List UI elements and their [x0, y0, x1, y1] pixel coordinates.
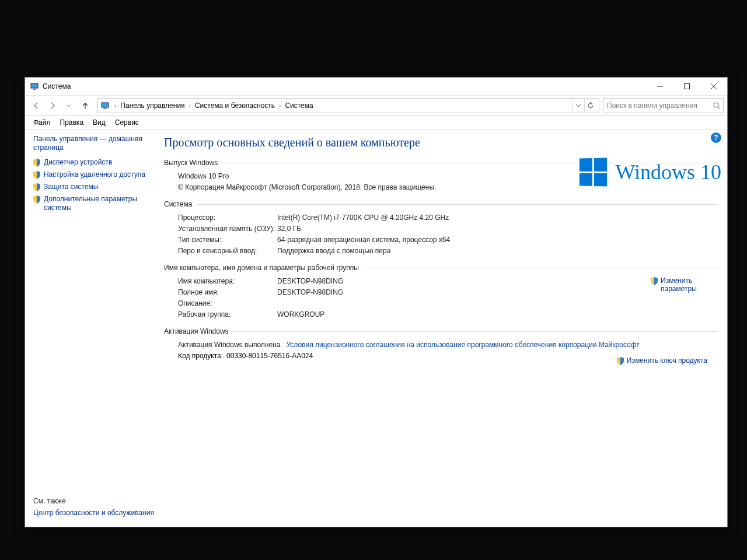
change-settings-text: Изменить параметры: [661, 276, 707, 293]
fullname-label: Полное имя:: [178, 288, 277, 297]
sidebar-device-manager[interactable]: Диспетчер устройств: [33, 158, 156, 167]
menu-edit[interactable]: Правка: [55, 117, 89, 128]
edition-name: Windows 10 Pro: [178, 172, 229, 181]
window-title: Система: [43, 82, 71, 90]
desc-label: Описание:: [178, 299, 277, 308]
shield-icon: [651, 277, 658, 285]
recent-dropdown-icon[interactable]: [61, 98, 76, 113]
computer-icon: [30, 82, 39, 91]
security-center-link[interactable]: Центр безопасности и обслуживания: [33, 509, 154, 517]
forward-button[interactable]: [45, 98, 60, 113]
menu-bar: Файл Правка Вид Сервис: [25, 116, 727, 130]
svg-rect-0: [31, 83, 38, 88]
shield-icon: [33, 183, 40, 191]
copyright: © Корпорация Майкрософт (Microsoft Corpo…: [178, 183, 436, 192]
fullname-value: DESKTOP-N98DING: [277, 288, 343, 297]
refresh-button[interactable]: [584, 99, 596, 112]
menu-tools[interactable]: Сервис: [110, 117, 144, 128]
svg-rect-3: [685, 84, 690, 89]
change-product-key-link[interactable]: Изменить ключ продукта: [617, 356, 707, 365]
control-panel-home-link[interactable]: Панель управления — домашняя страница: [33, 135, 156, 152]
pen-label: Перо и сенсорный ввод:: [178, 246, 277, 256]
sidebar-label: Дополнительные параметры системы: [44, 195, 156, 212]
ram-value: 32,0 ГБ: [277, 224, 301, 233]
window-body: Панель управления — домашняя страница Ди…: [25, 129, 727, 527]
page-title: Просмотр основных сведений о вашем компь…: [164, 136, 718, 149]
section-title: Система: [164, 200, 192, 208]
change-settings-link[interactable]: Изменить параметры: [651, 276, 707, 293]
system-properties-window: Система › Панель управления › Система и …: [25, 77, 728, 527]
shield-icon: [33, 159, 40, 167]
network-section: Имя компьютера, имя домена и параметры р…: [164, 264, 718, 319]
pcname-label: Имя компьютера:: [178, 276, 277, 286]
chevron-right-icon[interactable]: ›: [277, 103, 283, 109]
search-icon[interactable]: [710, 102, 723, 110]
svg-line-9: [718, 107, 720, 109]
windows-logo-icon: [580, 158, 607, 186]
ram-label: Установленная память (ОЗУ):: [178, 224, 277, 233]
svg-rect-6: [102, 103, 109, 107]
shield-icon: [33, 171, 40, 179]
content-area: Просмотр основных сведений о вашем компь…: [160, 129, 727, 527]
sidebar-remote-settings[interactable]: Настройка удаленного доступа: [33, 170, 156, 179]
svg-point-8: [714, 103, 718, 107]
sidebar: Панель управления — домашняя страница Ди…: [25, 129, 160, 527]
systype-label: Тип системы:: [178, 235, 277, 244]
pen-value: Поддержка ввода с помощью пера: [277, 246, 390, 256]
change-key-text: Изменить ключ продукта: [627, 356, 707, 365]
product-id-value: 00330-80115-76516-AA024: [226, 351, 313, 360]
workgroup-label: Рабочая группа:: [178, 310, 277, 319]
sidebar-advanced-settings[interactable]: Дополнительные параметры системы: [33, 195, 156, 212]
shield-icon: [33, 195, 40, 204]
windows-logo: Windows 10: [579, 158, 721, 186]
sidebar-label: Диспетчер устройств: [44, 158, 112, 167]
computer-icon: [100, 101, 110, 110]
up-button[interactable]: [78, 98, 93, 113]
section-title: Имя компьютера, имя домена и параметры р…: [164, 264, 359, 272]
cpu-label: Процессор:: [178, 213, 277, 222]
menu-view[interactable]: Вид: [88, 117, 110, 128]
sidebar-label: Защита системы: [44, 183, 98, 191]
section-title: Выпуск Windows: [164, 159, 218, 167]
search-input[interactable]: [603, 102, 710, 110]
search-box[interactable]: [603, 98, 724, 113]
systype-value: 64-разрядная операционная система, проце…: [277, 235, 450, 244]
address-bar: › Панель управления › Система и безопасн…: [25, 96, 727, 116]
shield-icon: [617, 357, 624, 365]
crumb-system[interactable]: Система: [283, 100, 315, 111]
svg-rect-1: [33, 89, 36, 90]
product-id-label: Код продукта:: [178, 351, 223, 360]
chevron-right-icon[interactable]: ›: [112, 103, 118, 109]
system-section: Система Процессор:Intel(R) Core(TM) i7-7…: [164, 200, 718, 256]
title-bar[interactable]: Система: [25, 78, 727, 96]
workgroup-value: WORKGROUP: [277, 310, 324, 319]
cpu-value: Intel(R) Core(TM) i7-7700K CPU @ 4.20GHz…: [277, 213, 449, 222]
menu-file[interactable]: Файл: [29, 117, 55, 128]
back-button[interactable]: [29, 98, 44, 113]
chevron-right-icon[interactable]: ›: [187, 103, 193, 109]
sidebar-label: Настройка удаленного доступа: [44, 170, 145, 179]
crumb-system-security[interactable]: Система и безопасность: [193, 100, 277, 111]
minimize-button[interactable]: [647, 78, 673, 95]
path-dropdown-button[interactable]: [572, 99, 584, 112]
close-button[interactable]: [700, 78, 727, 95]
crumb-control-panel[interactable]: Панель управления: [118, 100, 186, 111]
activation-section: Активация Windows Активация Windows выпо…: [164, 327, 718, 360]
svg-rect-7: [103, 108, 107, 109]
license-terms-link[interactable]: Условия лицензионного соглашения на испо…: [286, 340, 639, 349]
maximize-button[interactable]: [673, 78, 700, 95]
breadcrumb[interactable]: › Панель управления › Система и безопасн…: [97, 98, 599, 113]
see-also: См. также Центр безопасности и обслужива…: [33, 497, 154, 517]
section-title: Активация Windows: [164, 327, 229, 335]
activation-status: Активация Windows выполнена: [178, 340, 280, 349]
pcname-value: DESKTOP-N98DING: [277, 276, 343, 286]
windows-logo-text: Windows 10: [615, 160, 721, 184]
see-also-title: См. также: [33, 497, 154, 505]
sidebar-system-protection[interactable]: Защита системы: [33, 183, 156, 191]
